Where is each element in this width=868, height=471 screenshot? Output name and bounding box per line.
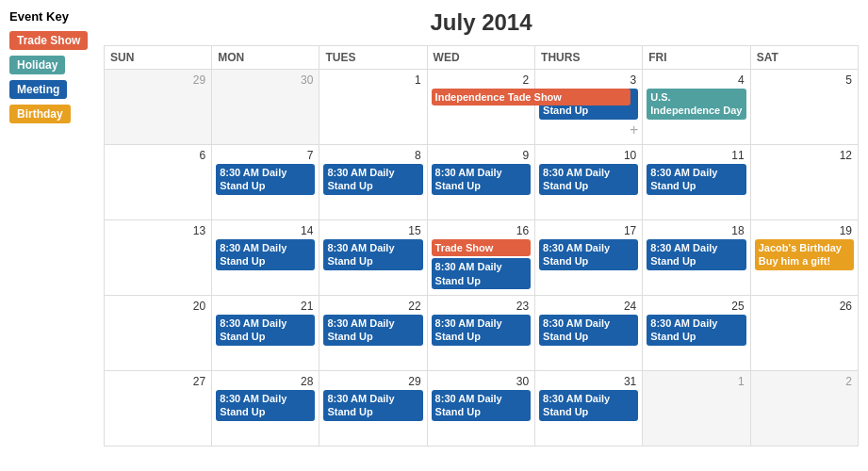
calendar-title: July 2014 xyxy=(104,9,859,36)
day-number: 24 xyxy=(539,298,638,315)
day-number: 27 xyxy=(108,373,207,390)
weekday-header-sat: SAT xyxy=(750,46,858,70)
event-trade-show[interactable]: Trade Show xyxy=(432,239,531,256)
calendar-cell[interactable]: 218:30 AM Daily Stand Up xyxy=(212,296,319,371)
day-number: 14 xyxy=(216,222,315,239)
calendar-cell[interactable]: 188:30 AM Daily Stand Up xyxy=(643,220,750,296)
day-number: 3 xyxy=(539,72,638,89)
calendar-cell[interactable]: 16Trade Show8:30 AM Daily Stand Up xyxy=(427,220,534,296)
add-event-button[interactable]: + xyxy=(630,122,638,138)
event-meeting[interactable]: 8:30 AM Daily Stand Up xyxy=(647,315,745,346)
event-meeting[interactable]: 8:30 AM Daily Stand Up xyxy=(647,164,745,195)
event-meeting[interactable]: 8:30 AM Daily Stand Up xyxy=(539,390,638,421)
calendar-cell[interactable]: 288:30 AM Daily Stand Up xyxy=(212,371,319,447)
sidebar: Event Key Trade ShowHolidayMeetingBirthd… xyxy=(0,0,104,471)
calendar-cell[interactable]: 12 xyxy=(750,145,858,220)
day-number: 18 xyxy=(647,222,745,239)
calendar-cell[interactable]: 118:30 AM Daily Stand Up xyxy=(643,145,750,220)
day-number: 10 xyxy=(539,147,638,164)
event-meeting[interactable]: 8:30 AM Daily Stand Up xyxy=(539,315,638,346)
day-number: 20 xyxy=(108,298,207,315)
calendar-cell[interactable]: 2 xyxy=(750,371,858,447)
event-meeting[interactable]: 8:30 AM Daily Stand Up xyxy=(647,239,745,270)
event-meeting[interactable]: 8:30 AM Daily Stand Up xyxy=(216,390,315,421)
calendar-cell[interactable]: 178:30 AM Daily Stand Up xyxy=(535,220,643,296)
calendar-cell[interactable]: 1 xyxy=(319,70,427,145)
day-number: 4 xyxy=(647,72,745,89)
day-number: 26 xyxy=(755,298,854,315)
event-meeting[interactable]: 8:30 AM Daily Stand Up xyxy=(323,315,422,346)
day-number: 17 xyxy=(539,222,638,239)
day-number: 23 xyxy=(432,298,531,315)
calendar-cell[interactable]: 6 xyxy=(105,145,212,220)
calendar-cell[interactable]: 318:30 AM Daily Stand Up xyxy=(535,371,643,447)
calendar-cell[interactable]: 5 xyxy=(750,70,858,145)
event-birthday[interactable]: Jacob's Birthday Buy him a gift! xyxy=(755,239,854,270)
day-number: 9 xyxy=(432,147,531,164)
event-key-item-meeting: Meeting xyxy=(9,80,67,99)
event-trade-show[interactable]: Independence Tade Show xyxy=(432,89,631,106)
calendar-cell[interactable]: 108:30 AM Daily Stand Up xyxy=(535,145,643,220)
event-meeting[interactable]: 8:30 AM Daily Stand Up xyxy=(323,239,422,270)
event-key-list: Trade ShowHolidayMeetingBirthday xyxy=(9,31,94,129)
calendar-cell[interactable]: 228:30 AM Daily Stand Up xyxy=(319,296,427,371)
calendar-cell[interactable]: 298:30 AM Daily Stand Up xyxy=(319,371,427,447)
weekday-header-sun: SUN xyxy=(105,46,212,70)
event-meeting[interactable]: 8:30 AM Daily Stand Up xyxy=(216,315,315,346)
day-number: 6 xyxy=(108,147,207,164)
weekday-header-thurs: THURS xyxy=(535,46,643,70)
day-number: 15 xyxy=(323,222,422,239)
weekday-header-mon: MON xyxy=(212,46,319,70)
event-meeting[interactable]: 8:30 AM Daily Stand Up xyxy=(432,164,531,195)
calendar-cell[interactable]: 30 xyxy=(212,70,319,145)
calendar-cell[interactable]: 20 xyxy=(105,296,212,371)
weekday-header-wed: WED xyxy=(427,46,534,70)
event-key-item-trade-show: Trade Show xyxy=(9,31,88,50)
calendar-cell[interactable]: 258:30 AM Daily Stand Up xyxy=(643,296,750,371)
calendar-cell[interactable]: 238:30 AM Daily Stand Up xyxy=(427,296,534,371)
event-meeting[interactable]: 8:30 AM Daily Stand Up xyxy=(216,164,315,195)
day-number: 13 xyxy=(108,222,207,239)
event-meeting[interactable]: 8:30 AM Daily Stand Up xyxy=(323,390,422,421)
day-number: 19 xyxy=(755,222,854,239)
calendar-cell[interactable]: 27 xyxy=(105,371,212,447)
day-number: 12 xyxy=(755,147,854,164)
day-number: 30 xyxy=(216,72,315,89)
calendar-cell[interactable]: 98:30 AM Daily Stand Up xyxy=(427,145,534,220)
calendar-cell[interactable]: 19Jacob's Birthday Buy him a gift! xyxy=(750,220,858,296)
event-meeting[interactable]: 8:30 AM Daily Stand Up xyxy=(432,390,531,421)
weekday-header-tues: TUES xyxy=(319,46,427,70)
day-number: 5 xyxy=(755,72,854,89)
event-meeting[interactable]: 8:30 AM Daily Stand Up xyxy=(432,315,531,346)
day-number: 2 xyxy=(432,72,531,89)
event-meeting[interactable]: 8:30 AM Daily Stand Up xyxy=(539,239,638,270)
event-meeting[interactable]: 8:30 AM Daily Stand Up xyxy=(539,164,638,195)
day-number: 22 xyxy=(323,298,422,315)
main-content: July 2014 SUNMONTUESWEDTHURSFRISAT 29301… xyxy=(104,0,868,471)
calendar-cell[interactable]: 78:30 AM Daily Stand Up xyxy=(212,145,319,220)
calendar-cell[interactable]: 1 xyxy=(643,371,750,447)
day-number: 30 xyxy=(432,373,531,390)
calendar-cell[interactable]: 158:30 AM Daily Stand Up xyxy=(319,220,427,296)
calendar-cell[interactable]: 148:30 AM Daily Stand Up xyxy=(212,220,319,296)
calendar-cell[interactable]: 248:30 AM Daily Stand Up xyxy=(535,296,643,371)
event-meeting[interactable]: 8:30 AM Daily Stand Up xyxy=(323,164,422,195)
event-meeting[interactable]: 8:30 AM Daily Stand Up xyxy=(216,239,315,270)
calendar-cell[interactable]: 88:30 AM Daily Stand Up xyxy=(319,145,427,220)
calendar-header: SUNMONTUESWEDTHURSFRISAT xyxy=(105,46,859,70)
calendar-cell[interactable]: 38:30 AM Daily Stand Up+ xyxy=(535,70,643,145)
day-number: 1 xyxy=(647,373,745,390)
event-key-item-birthday: Birthday xyxy=(9,105,71,123)
event-meeting[interactable]: 8:30 AM Daily Stand Up xyxy=(432,258,531,289)
calendar-cell[interactable]: 29 xyxy=(105,70,212,145)
day-number: 29 xyxy=(108,72,207,89)
calendar-cell[interactable]: 308:30 AM Daily Stand Up xyxy=(427,371,534,447)
calendar-cell[interactable]: 2Independence Tade Show xyxy=(427,70,534,145)
calendar-cell[interactable]: 4U.S. Independence Day xyxy=(643,70,750,145)
calendar-cell[interactable]: 13 xyxy=(105,220,212,296)
event-key-item-holiday: Holiday xyxy=(9,56,65,74)
weekday-header-fri: FRI xyxy=(643,46,750,70)
day-number: 21 xyxy=(216,298,315,315)
calendar-cell[interactable]: 26 xyxy=(750,296,858,371)
event-holiday[interactable]: U.S. Independence Day xyxy=(647,89,745,120)
